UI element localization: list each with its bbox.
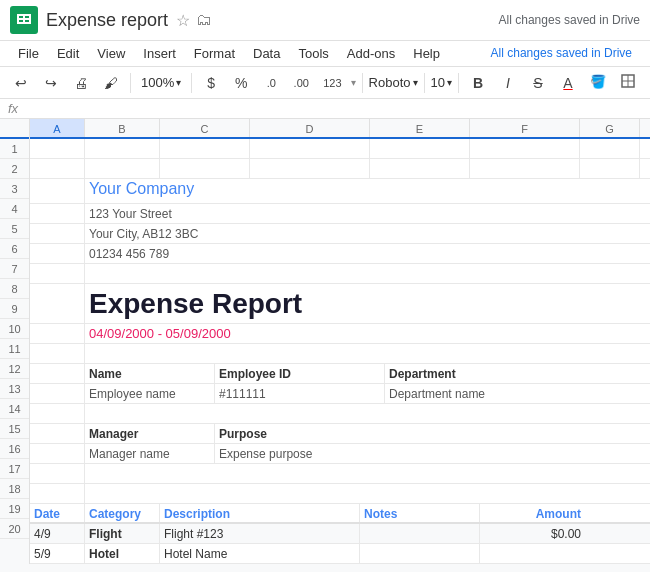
cell-C20[interactable]: Hotel Name	[160, 544, 360, 563]
undo-button[interactable]: ↩	[8, 72, 34, 94]
cell-G20[interactable]	[480, 544, 585, 563]
cell-D11[interactable]: Employee ID	[215, 364, 385, 383]
cell-A15[interactable]	[30, 444, 85, 463]
cell-A5[interactable]	[30, 224, 85, 243]
cell-F2[interactable]	[470, 159, 580, 178]
cell-E2[interactable]	[370, 159, 470, 178]
col-header-G[interactable]: G	[580, 119, 640, 137]
cell-B16[interactable]	[85, 464, 585, 483]
font-size-selector[interactable]: 10 ▾	[431, 75, 452, 90]
italic-button[interactable]: I	[495, 72, 521, 94]
cell-B1[interactable]	[85, 139, 160, 158]
percent-button[interactable]: %	[228, 72, 254, 94]
cell-H2[interactable]	[640, 159, 650, 178]
cell-E19[interactable]	[360, 524, 480, 543]
cell-H1[interactable]	[640, 139, 650, 158]
paint-format-button[interactable]: 🖌	[98, 72, 124, 94]
col-header-H[interactable]: H	[640, 119, 650, 137]
fill-color-button[interactable]: 🪣	[585, 70, 611, 95]
menu-insert[interactable]: Insert	[135, 43, 184, 64]
cell-A16[interactable]	[30, 464, 85, 483]
text-color-button[interactable]: A	[555, 72, 581, 94]
cell-A17[interactable]	[30, 484, 85, 503]
cell-B12[interactable]: Employee name	[85, 384, 215, 403]
cell-B5[interactable]: Your City, AB12 3BC	[85, 224, 585, 243]
cell-C2[interactable]	[160, 159, 250, 178]
cell-B7[interactable]	[85, 264, 585, 283]
font-selector[interactable]: Roboto ▾	[369, 75, 418, 90]
cell-G18[interactable]: Amount	[480, 504, 585, 522]
cell-D2[interactable]	[250, 159, 370, 178]
folder-icon[interactable]: 🗂	[196, 11, 212, 29]
cell-D15[interactable]: Expense purpose	[215, 444, 585, 463]
cell-A7[interactable]	[30, 264, 85, 283]
cell-A20[interactable]: 5/9	[30, 544, 85, 563]
cell-D1[interactable]	[250, 139, 370, 158]
menu-data[interactable]: Data	[245, 43, 288, 64]
decimal-decrease-button[interactable]: .0	[258, 74, 284, 92]
cell-A10[interactable]	[30, 344, 85, 363]
cell-A2[interactable]	[30, 159, 85, 178]
cell-A13[interactable]	[30, 404, 85, 423]
col-header-E[interactable]: E	[370, 119, 470, 137]
zoom-selector[interactable]: 100% ▾	[137, 73, 185, 92]
menu-format[interactable]: Format	[186, 43, 243, 64]
redo-button[interactable]: ↪	[38, 72, 64, 94]
menu-edit[interactable]: Edit	[49, 43, 87, 64]
cell-A11[interactable]	[30, 364, 85, 383]
print-button[interactable]: 🖨	[68, 72, 94, 94]
cell-B6[interactable]: 01234 456 789	[85, 244, 585, 263]
currency-button[interactable]: $	[198, 72, 224, 94]
cell-B2[interactable]	[85, 159, 160, 178]
cell-A8[interactable]	[30, 284, 85, 323]
menu-view[interactable]: View	[89, 43, 133, 64]
format-123-button[interactable]: 123	[318, 74, 346, 92]
cell-F12[interactable]: Department name	[385, 384, 585, 403]
strikethrough-button[interactable]: S	[525, 72, 551, 94]
col-header-F[interactable]: F	[470, 119, 580, 137]
cell-A6[interactable]	[30, 244, 85, 263]
cell-A19[interactable]: 4/9	[30, 524, 85, 543]
cell-A14[interactable]	[30, 424, 85, 443]
cell-G19[interactable]: $0.00	[480, 524, 585, 543]
cell-B18[interactable]: Category	[85, 504, 160, 522]
menu-tools[interactable]: Tools	[290, 43, 336, 64]
cell-B11[interactable]: Name	[85, 364, 215, 383]
col-header-B[interactable]: B	[85, 119, 160, 137]
cell-C19[interactable]: Flight #123	[160, 524, 360, 543]
cell-E1[interactable]	[370, 139, 470, 158]
cell-E18[interactable]: Notes	[360, 504, 480, 522]
cell-B10[interactable]	[85, 344, 585, 363]
col-header-A[interactable]: A	[30, 119, 85, 137]
menu-file[interactable]: File	[10, 43, 47, 64]
col-header-D[interactable]: D	[250, 119, 370, 137]
borders-button[interactable]	[615, 71, 641, 94]
cell-E20[interactable]	[360, 544, 480, 563]
cell-F11[interactable]: Department	[385, 364, 585, 383]
cell-C1[interactable]	[160, 139, 250, 158]
cell-B8[interactable]: Expense Report	[85, 284, 585, 324]
cell-G2[interactable]	[580, 159, 640, 178]
menu-help[interactable]: Help	[405, 43, 448, 64]
star-icon[interactable]: ☆	[176, 11, 190, 30]
cell-B17[interactable]	[85, 484, 585, 503]
cell-A3[interactable]	[30, 179, 85, 203]
cell-A1[interactable]	[30, 139, 85, 158]
cell-D12[interactable]: #111111	[215, 384, 385, 403]
cell-B4[interactable]: 123 Your Street	[85, 204, 585, 223]
cell-B13[interactable]	[85, 404, 585, 423]
cell-B14[interactable]: Manager	[85, 424, 215, 443]
cell-B20[interactable]: Hotel	[85, 544, 160, 563]
bold-button[interactable]: B	[465, 72, 491, 94]
cell-B15[interactable]: Manager name	[85, 444, 215, 463]
cell-B3[interactable]: Your Company	[85, 179, 585, 203]
decimal-increase-button[interactable]: .00	[288, 74, 314, 92]
cell-A18[interactable]: Date	[30, 504, 85, 522]
cell-F1[interactable]	[470, 139, 580, 158]
cell-D14[interactable]: Purpose	[215, 424, 585, 443]
cell-A12[interactable]	[30, 384, 85, 403]
cell-C18[interactable]: Description	[160, 504, 360, 522]
cell-B19[interactable]: Flight	[85, 524, 160, 543]
cell-A4[interactable]	[30, 204, 85, 223]
cell-B9[interactable]: 04/09/2000 - 05/09/2000	[85, 324, 585, 343]
